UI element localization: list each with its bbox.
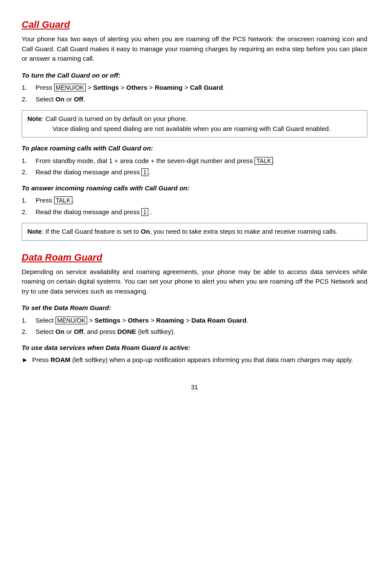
note-text-2: Voice dialing and speed dialing are not … [52, 124, 362, 134]
step-number: 2. [22, 207, 36, 217]
step-text: Read the dialog message and press 1 . [36, 207, 367, 217]
step-item: 1. From standby mode, dial 1 + area code… [22, 156, 367, 166]
call-guard-section: Call Guard Your phone has two ways of al… [22, 17, 367, 241]
use-data-services-title: To use data services when Data Roam Guar… [22, 343, 367, 353]
step-number: 2. [22, 95, 36, 105]
bullet-text: Press ROAM (left softkey) when a pop-up … [32, 355, 367, 365]
step-text: Press TALK. [36, 196, 367, 206]
step-number: 2. [22, 167, 36, 177]
step-item: 2. Read the dialog message and press 1 . [22, 207, 367, 217]
page-number: 31 [22, 382, 367, 392]
step-number: 1. [22, 156, 36, 166]
menu-ok-kbd-2: MENU/OK [56, 317, 87, 324]
call-guard-intro: Your phone has two ways of alerting you … [22, 34, 367, 64]
call-guard-title: Call Guard [22, 17, 367, 32]
one-kbd: 1 [141, 168, 148, 176]
step-text: Select On or Off. [36, 95, 367, 105]
turn-on-off-title: To turn the Call Guard on or off: [22, 71, 367, 81]
data-roam-guard-title: Data Roam Guard [22, 250, 367, 265]
turn-on-off-steps: 1. Press MENU/OK > Settings > Others > R… [22, 83, 367, 104]
step-number: 1. [22, 83, 36, 93]
answer-roaming-steps: 1. Press TALK. 2. Read the dialog messag… [22, 196, 367, 217]
place-roaming-title: To place roaming calls with Call Guard o… [22, 144, 367, 154]
note-box-content: Note: Call Guard is turned on by default… [27, 114, 362, 134]
note-box-2: Note: If the Call Guard feature is set t… [22, 223, 367, 241]
step-item: 2. Select On or Off, and press DONE (lef… [22, 327, 367, 337]
one-kbd-2: 1 [141, 208, 148, 216]
step-item: 2. Read the dialog message and press 1. [22, 167, 367, 177]
step-number: 2. [22, 327, 36, 337]
menu-ok-kbd: MENU/OK [54, 84, 86, 91]
set-guard-steps: 1. Select MENU/OK > Settings > Others > … [22, 316, 367, 337]
step-text: Read the dialog message and press 1. [36, 167, 367, 177]
answer-roaming-title: To answer incoming roaming calls with Ca… [22, 183, 367, 193]
talk-kbd: TALK [255, 157, 273, 165]
step-text: From standby mode, dial 1 + area code + … [36, 156, 367, 166]
note-text-1: Note: Call Guard is turned on by default… [27, 114, 362, 124]
place-roaming-steps: 1. From standby mode, dial 1 + area code… [22, 156, 367, 177]
step-item: 1. Press TALK. [22, 196, 367, 206]
use-data-services-bullet: ► Press ROAM (left softkey) when a pop-u… [22, 355, 367, 365]
step-text: Select MENU/OK > Settings > Others > Roa… [36, 316, 367, 326]
step-item: 1. Select MENU/OK > Settings > Others > … [22, 316, 367, 326]
talk-kbd-2: TALK [54, 196, 72, 204]
set-guard-title: To set the Data Roam Guard: [22, 303, 367, 313]
step-number: 1. [22, 196, 36, 206]
data-roam-guard-intro: Depending on service availability and ro… [22, 267, 367, 297]
step-item: 2. Select On or Off. [22, 95, 367, 105]
bullet-arrow-icon: ► [22, 355, 32, 365]
data-roam-guard-section: Data Roam Guard Depending on service ava… [22, 250, 367, 365]
step-item: 1. Press MENU/OK > Settings > Others > R… [22, 83, 367, 93]
note-text-3: Note: If the Call Guard feature is set t… [27, 228, 337, 235]
step-text: Press MENU/OK > Settings > Others > Roam… [36, 83, 367, 93]
note-box-1: Note: Call Guard is turned on by default… [22, 110, 367, 137]
step-text: Select On or Off, and press DONE (left s… [36, 327, 367, 337]
step-number: 1. [22, 316, 36, 326]
